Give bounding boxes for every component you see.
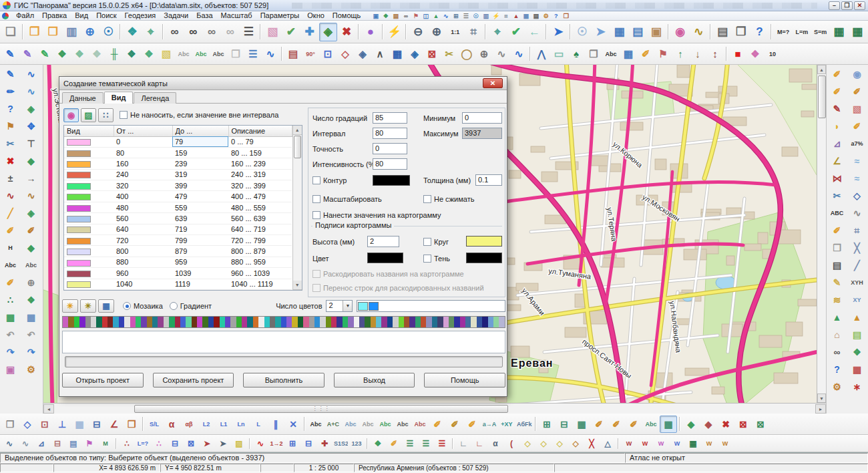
palette-color[interactable]: [376, 317, 381, 327]
zoom-frame-icon[interactable]: ⌗: [465, 23, 483, 41]
table-row[interactable]: 480559480 ... 559: [64, 202, 292, 212]
panel-exit-icon[interactable]: ❒: [561, 11, 571, 20]
redo-all-icon[interactable]: ↷: [21, 343, 41, 361]
panel-composition-icon[interactable]: ◫: [421, 11, 431, 20]
palette-color[interactable]: [488, 317, 493, 327]
palette-color[interactable]: [79, 317, 85, 327]
profile-ruler-icon[interactable]: ∿: [847, 204, 867, 222]
split-object-icon[interactable]: ◇: [568, 436, 584, 451]
height-stripes-icon[interactable]: ⊟: [49, 436, 65, 451]
table-row[interactable]: 720799720 ... 799: [64, 235, 292, 246]
node-vector-icon[interactable]: ➤: [199, 436, 215, 451]
palette-color[interactable]: [365, 317, 370, 327]
tab-active[interactable]: Вид: [104, 92, 134, 104]
mirror-object-icon[interactable]: ╫: [105, 45, 123, 63]
open-project-button[interactable]: Открыть проект: [62, 373, 144, 387]
color-chip[interactable]: [67, 249, 91, 255]
flashlight-icon[interactable]: ✐: [1, 274, 20, 291]
draw-tree-icon[interactable]: ♠: [568, 45, 585, 63]
communications-icon[interactable]: ≋: [827, 291, 847, 309]
color-series-icon[interactable]: ❖: [746, 45, 764, 63]
palette-color[interactable]: [91, 317, 96, 327]
table-row[interactable]: 400479400 ... 479: [64, 191, 292, 202]
palette-color[interactable]: [136, 317, 141, 327]
diamonds-calendar-icon[interactable]: ❖: [21, 291, 41, 309]
palette-color[interactable]: [169, 317, 174, 327]
palette-icon[interactable]: ▦: [98, 299, 114, 313]
draw-polyline-icon[interactable]: ⋀: [533, 45, 550, 63]
help-draw-icon[interactable]: ?: [1, 100, 20, 118]
palette-color[interactable]: [326, 317, 331, 327]
undo-all-icon[interactable]: ↶: [21, 326, 41, 343]
text-frame-icon[interactable]: Abc: [411, 416, 429, 433]
palette-color[interactable]: [404, 317, 409, 327]
save-project-button[interactable]: Сохранить проект: [153, 373, 234, 387]
measure-polygon-icon[interactable]: ⊿: [33, 436, 49, 451]
col-header-vid[interactable]: Вид: [64, 126, 114, 136]
search-disabled-icon[interactable]: ∞: [221, 23, 240, 41]
help-cursor-icon[interactable]: ?: [750, 23, 769, 41]
digitize-nodes-icon[interactable]: ∴: [119, 436, 135, 451]
rect-height-icon[interactable]: ⊟: [88, 416, 105, 433]
color-chip[interactable]: [67, 226, 91, 233]
palette-color[interactable]: [409, 317, 415, 327]
map-layers-icon[interactable]: ❖: [123, 23, 142, 41]
precision-input[interactable]: 0: [373, 143, 407, 154]
help-button[interactable]: Помощь: [424, 373, 505, 387]
pan-globe-icon[interactable]: ☉: [573, 23, 592, 41]
map-scale[interactable]: 1 : 25 000: [294, 464, 354, 472]
structure-tree-icon[interactable]: ∴: [1, 291, 20, 309]
swap-objects-icon[interactable]: ↕: [706, 45, 724, 63]
hscroll-thumb[interactable]: ⋮⋮⋮: [134, 405, 508, 413]
frame-dashed-icon[interactable]: ⊠: [423, 45, 441, 63]
palette-color[interactable]: [460, 317, 465, 327]
image-formats-icon[interactable]: ❒: [585, 45, 602, 63]
bridge-object-icon[interactable]: ⌗: [847, 222, 867, 239]
palette-color[interactable]: [381, 317, 387, 327]
scroll-right-icon[interactable]: ▸: [815, 404, 826, 414]
palette-color[interactable]: [298, 317, 303, 327]
palette-color[interactable]: [426, 317, 431, 327]
draw-rectangle-icon[interactable]: ▭: [550, 45, 568, 63]
search-continue-icon[interactable]: ∞: [202, 23, 221, 41]
part-select-icon[interactable]: ⊟: [556, 416, 573, 433]
table-row[interactable]: 8015980 ... 159: [64, 147, 292, 158]
color-chip[interactable]: [67, 216, 91, 222]
contour-checkbox[interactable]: Контур: [312, 176, 347, 184]
flashlight-grid-icon[interactable]: ✐: [21, 222, 41, 239]
interval-input[interactable]: 80: [373, 128, 407, 139]
search-area-icon[interactable]: ✐: [608, 416, 625, 433]
skip-out-of-interval-checkbox[interactable]: Не наносить, если значение вне интервала: [120, 111, 278, 119]
palette-color[interactable]: [158, 317, 163, 327]
palette-color[interactable]: [130, 317, 136, 327]
print-map-icon[interactable]: ▤: [827, 257, 847, 274]
color-chip[interactable]: [67, 161, 91, 168]
cursor-select-icon[interactable]: ➤: [549, 23, 568, 41]
spline-draw-icon[interactable]: ∿: [21, 83, 41, 100]
pins-jar-icon[interactable]: ⚑: [1, 118, 20, 135]
panel-tasks-icon[interactable]: ⚡: [491, 11, 501, 20]
palette-color[interactable]: [113, 317, 118, 327]
cut-spool-icon[interactable]: ✂: [1, 135, 20, 152]
length-ratio-icon[interactable]: S/L: [146, 416, 163, 433]
palette-color[interactable]: [85, 317, 91, 327]
line-length-icon[interactable]: L: [250, 416, 267, 433]
offset-object-icon[interactable]: ◇: [535, 436, 552, 451]
palette-color[interactable]: [359, 317, 365, 327]
statistics-help-icon[interactable]: ?: [827, 361, 847, 378]
menu-item[interactable]: Геодезия: [121, 11, 160, 20]
palette-color[interactable]: [225, 317, 230, 327]
intensity-input[interactable]: 80: [373, 158, 407, 170]
table-row[interactable]: 800879800 ... 879: [64, 246, 292, 257]
building-plan-icon[interactable]: ▦: [389, 45, 406, 63]
palette-color[interactable]: [281, 317, 286, 327]
no-compress-checkbox[interactable]: Не сжимать: [423, 195, 474, 203]
menu-item[interactable]: Файл: [12, 11, 38, 20]
map-vertical-scrollbar[interactable]: ▲ ▼: [817, 65, 826, 403]
step-back-icon[interactable]: ←: [525, 23, 544, 41]
text-abc-icon[interactable]: Abc: [307, 416, 324, 433]
palette-color[interactable]: [141, 317, 146, 327]
hatch-ruler-icon[interactable]: ▤: [284, 45, 302, 63]
settings-gear-icon[interactable]: ⚙: [21, 361, 41, 378]
height-input[interactable]: 2: [367, 236, 399, 247]
